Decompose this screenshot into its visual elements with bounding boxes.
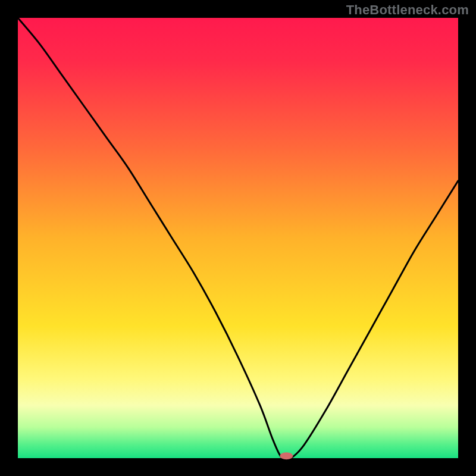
plot-area bbox=[18, 18, 458, 458]
chart-svg bbox=[0, 0, 476, 476]
watermark-label: TheBottleneck.com bbox=[346, 2, 469, 18]
minimum-marker bbox=[280, 452, 293, 459]
chart-container: TheBottleneck.com bbox=[0, 0, 476, 476]
